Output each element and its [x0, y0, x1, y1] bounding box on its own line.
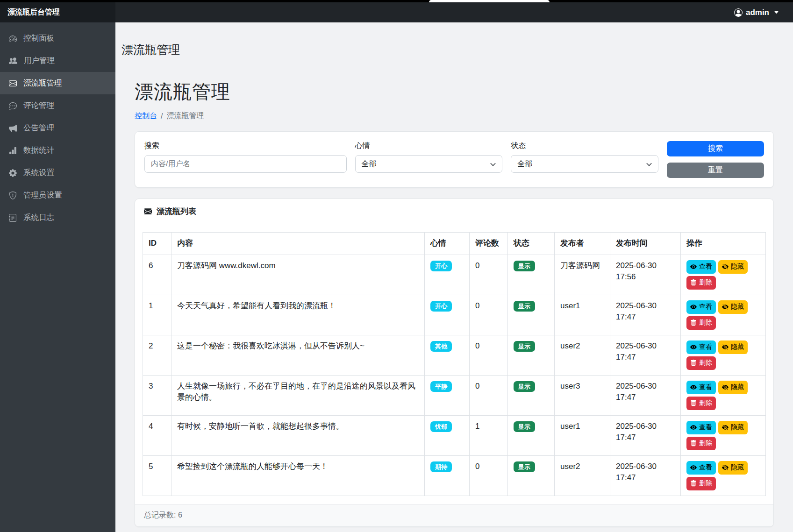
- cell-status: 显示: [508, 295, 555, 335]
- eye-icon: [690, 424, 697, 431]
- megaphone-icon: [9, 124, 17, 132]
- sidebar-item-label: 管理员设置: [23, 190, 62, 200]
- user-menu[interactable]: admin: [734, 8, 793, 17]
- hide-button[interactable]: 隐藏: [718, 421, 748, 434]
- cell-id: 2: [143, 335, 171, 375]
- sidebar-item-users[interactable]: 用户管理: [0, 50, 115, 72]
- cell-actions: 查看 隐藏 删除: [681, 255, 766, 295]
- table-row: 4 有时候，安静地听一首歌，就能想起很多事情。 忧郁 1 显示 user1 20…: [143, 415, 766, 455]
- mood-badge: 期待: [430, 461, 452, 472]
- sidebar-item-comments[interactable]: 评论管理: [0, 94, 115, 117]
- trash-icon: [690, 360, 697, 366]
- cell-publisher: user1: [555, 295, 610, 335]
- sidebar-item-label: 系统日志: [23, 213, 54, 223]
- person-circle-icon: [734, 8, 743, 17]
- trash-icon: [690, 440, 697, 447]
- breadcrumb-current: 漂流瓶管理: [166, 111, 204, 121]
- cell-actions: 查看 隐藏 删除: [681, 375, 766, 415]
- cell-id: 6: [143, 255, 171, 295]
- view-button[interactable]: 查看: [686, 300, 716, 314]
- search-button[interactable]: 搜索: [667, 141, 764, 156]
- view-button[interactable]: 查看: [686, 260, 716, 274]
- cell-comments: 0: [470, 295, 508, 335]
- eye-icon: [690, 384, 697, 390]
- delete-button[interactable]: 删除: [686, 477, 716, 490]
- col-id: ID: [143, 233, 171, 255]
- eye-slash-icon: [722, 384, 729, 390]
- list-card-header: 漂流瓶列表: [135, 199, 773, 224]
- cell-status: 显示: [508, 375, 555, 415]
- status-badge: 显示: [514, 301, 535, 312]
- search-group: 搜索: [144, 141, 347, 173]
- status-label: 状态: [511, 141, 658, 151]
- chevron-down-icon: [490, 161, 496, 168]
- cell-mood: 平静: [425, 375, 470, 415]
- reset-button[interactable]: 重置: [667, 163, 764, 178]
- cell-status: 显示: [508, 255, 555, 295]
- eye-slash-icon: [722, 464, 729, 471]
- gear-icon: [9, 169, 17, 177]
- cell-time: 2025-06-30 17:47: [610, 415, 681, 455]
- hide-button[interactable]: 隐藏: [718, 260, 748, 274]
- trash-icon: [690, 279, 697, 286]
- hide-button[interactable]: 隐藏: [718, 381, 748, 394]
- sidebar-item-system-logs[interactable]: 系统日志: [0, 206, 115, 229]
- delete-button[interactable]: 删除: [686, 356, 716, 370]
- sidebar-item-label: 控制面板: [23, 33, 54, 43]
- eye-slash-icon: [722, 424, 729, 431]
- view-button[interactable]: 查看: [686, 421, 716, 434]
- cell-id: 5: [143, 455, 171, 496]
- cell-content: 这是一个秘密：我很喜欢吃冰淇淋，但从不告诉别人~: [171, 335, 425, 375]
- view-button[interactable]: 查看: [686, 381, 716, 394]
- speedometer-icon: [9, 35, 17, 43]
- delete-button[interactable]: 删除: [686, 276, 716, 290]
- shield-icon: [9, 192, 17, 199]
- cell-mood: 忧郁: [425, 415, 470, 455]
- cell-content: 刀客源码网 www.dkewl.com: [171, 255, 425, 295]
- sidebar-item-bottles[interactable]: 漂流瓶管理: [0, 72, 115, 94]
- eye-slash-icon: [722, 263, 729, 270]
- total-records: 总记录数: 6: [144, 511, 182, 519]
- chat-dots-icon: [9, 102, 17, 110]
- hide-button[interactable]: 隐藏: [718, 461, 748, 475]
- sidebar-item-announcements[interactable]: 公告管理: [0, 117, 115, 139]
- sidebar: 控制面板 用户管理 漂流瓶管理 评论管理 公告管理 数据统计 系统设置 管理员设…: [0, 22, 115, 532]
- cell-comments: 0: [470, 375, 508, 415]
- mood-badge: 忧郁: [430, 421, 452, 432]
- status-badge: 显示: [514, 421, 535, 432]
- main-content: 漂流瓶管理 漂流瓶管理 控制台 / 漂流瓶管理 搜索 心情 全部 状态 全部: [115, 22, 793, 532]
- user-name: admin: [746, 8, 769, 17]
- mood-select[interactable]: 全部: [355, 155, 503, 173]
- search-label: 搜索: [144, 141, 347, 151]
- brand-title[interactable]: 漂流瓶后台管理: [0, 2, 115, 22]
- sidebar-item-system-settings[interactable]: 系统设置: [0, 162, 115, 184]
- breadcrumb-home-link[interactable]: 控制台: [135, 111, 157, 121]
- col-comments: 评论数: [470, 233, 508, 255]
- delete-button[interactable]: 删除: [686, 437, 716, 450]
- sidebar-item-admin-settings[interactable]: 管理员设置: [0, 184, 115, 206]
- hide-button[interactable]: 隐藏: [718, 340, 748, 354]
- cell-comments: 1: [470, 415, 508, 455]
- sidebar-item-dashboard[interactable]: 控制面板: [0, 27, 115, 50]
- list-card-body: ID 内容 心情 评论数 状态 发布者 发布时间 操作 6 刀客源码网 www.…: [135, 224, 773, 504]
- delete-button[interactable]: 删除: [686, 316, 716, 330]
- status-select[interactable]: 全部: [511, 155, 658, 173]
- sidebar-item-statistics[interactable]: 数据统计: [0, 139, 115, 162]
- eye-icon: [690, 344, 697, 350]
- view-button[interactable]: 查看: [686, 461, 716, 475]
- table-row: 6 刀客源码网 www.dkewl.com 开心 0 显示 刀客源码网 2025…: [143, 255, 766, 295]
- search-input[interactable]: [144, 155, 347, 173]
- eye-icon: [690, 304, 697, 310]
- list-card-footer: 总记录数: 6: [135, 504, 773, 526]
- journal-icon: [9, 214, 17, 222]
- caret-down-icon: [774, 10, 779, 15]
- eye-slash-icon: [722, 344, 729, 350]
- browser-tab: [429, 0, 550, 2]
- hide-button[interactable]: 隐藏: [718, 300, 748, 314]
- cell-publisher: 刀客源码网: [555, 255, 610, 295]
- cell-actions: 查看 隐藏 删除: [681, 295, 766, 335]
- view-button[interactable]: 查看: [686, 340, 716, 354]
- mood-select-value: 全部: [362, 159, 377, 169]
- status-group: 状态 全部: [511, 141, 658, 173]
- delete-button[interactable]: 删除: [686, 397, 716, 410]
